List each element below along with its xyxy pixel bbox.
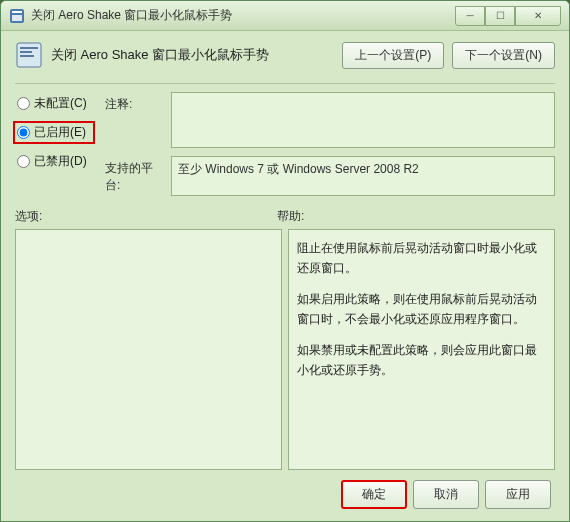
apply-button[interactable]: 应用 [485,480,551,509]
options-label: 选项: [15,208,277,225]
maximize-button[interactable]: ☐ [485,6,515,26]
radio-enabled[interactable]: 已启用(E) [13,121,95,144]
config-row: 未配置(C) 已启用(E) 已禁用(D) 注释: 支持的平台: [15,92,555,196]
footer-buttons: 确定 取消 应用 [15,470,555,511]
help-paragraph: 如果禁用或未配置此策略，则会应用此窗口最小化或还原手势。 [297,340,546,381]
help-paragraph: 如果启用此策略，则在使用鼠标前后晃动活动窗口时，不会最小化或还原应用程序窗口。 [297,289,546,330]
platform-row: 支持的平台: 至少 Windows 7 或 Windows Server 200… [105,156,555,196]
help-label: 帮助: [277,208,304,225]
radio-disabled-input[interactable] [17,155,30,168]
radio-disabled[interactable]: 已禁用(D) [15,152,95,171]
ok-button[interactable]: 确定 [341,480,407,509]
app-icon [9,8,25,24]
titlebar[interactable]: 关闭 Aero Shake 窗口最小化鼠标手势 ─ ☐ ✕ [1,1,569,31]
window-controls: ─ ☐ ✕ [455,6,561,26]
panels-row: 阻止在使用鼠标前后晃动活动窗口时最小化或还原窗口。 如果启用此策略，则在使用鼠标… [15,229,555,470]
svg-rect-6 [20,55,34,57]
radio-label: 已启用(E) [34,124,86,141]
policy-icon [15,41,43,69]
svg-rect-1 [12,11,22,13]
right-column: 注释: 支持的平台: 至少 Windows 7 或 Windows Server… [105,92,555,196]
help-paragraph: 阻止在使用鼠标前后晃动活动窗口时最小化或还原窗口。 [297,238,546,279]
svg-rect-5 [20,51,32,53]
close-button[interactable]: ✕ [515,6,561,26]
policy-title: 关闭 Aero Shake 窗口最小化鼠标手势 [51,46,334,64]
svg-rect-4 [20,47,38,49]
dialog-window: 关闭 Aero Shake 窗口最小化鼠标手势 ─ ☐ ✕ 关闭 Aero Sh… [0,0,570,522]
comment-row: 注释: [105,92,555,148]
help-panel: 阻止在使用鼠标前后晃动活动窗口时最小化或还原窗口。 如果启用此策略，则在使用鼠标… [288,229,555,470]
svg-rect-2 [12,15,22,21]
comment-input[interactable] [171,92,555,148]
comment-label: 注释: [105,92,163,113]
minimize-button[interactable]: ─ [455,6,485,26]
platform-value: 至少 Windows 7 或 Windows Server 2008 R2 [171,156,555,196]
divider [15,83,555,84]
dialog-content: 关闭 Aero Shake 窗口最小化鼠标手势 上一个设置(P) 下一个设置(N… [1,31,569,521]
previous-setting-button[interactable]: 上一个设置(P) [342,42,444,69]
radio-label: 已禁用(D) [34,153,87,170]
radio-not-configured[interactable]: 未配置(C) [15,94,95,113]
options-panel [15,229,282,470]
radio-group: 未配置(C) 已启用(E) 已禁用(D) [15,92,95,196]
section-labels: 选项: 帮助: [15,208,555,225]
radio-enabled-input[interactable] [17,126,30,139]
radio-not-configured-input[interactable] [17,97,30,110]
platform-label: 支持的平台: [105,156,163,194]
header-row: 关闭 Aero Shake 窗口最小化鼠标手势 上一个设置(P) 下一个设置(N… [15,41,555,69]
next-setting-button[interactable]: 下一个设置(N) [452,42,555,69]
radio-label: 未配置(C) [34,95,87,112]
cancel-button[interactable]: 取消 [413,480,479,509]
window-title: 关闭 Aero Shake 窗口最小化鼠标手势 [31,7,455,24]
